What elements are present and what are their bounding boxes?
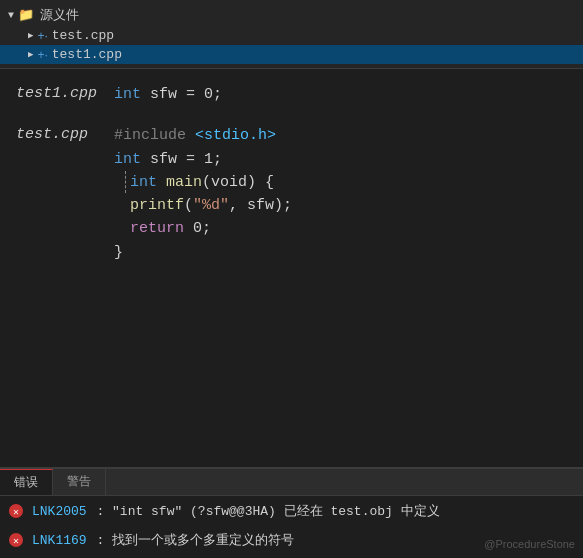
- tab-errors[interactable]: 错误: [0, 469, 53, 495]
- test-line-printf: printf ( "%d" , sfw);: [110, 194, 583, 217]
- code-area: test1.cpp int sfw = 0; test.cpp #include…: [0, 69, 583, 467]
- include-path: <stdio.h>: [195, 124, 276, 147]
- printf-comma: , sfw);: [229, 194, 292, 217]
- test1-line1: int sfw = 0;: [110, 83, 583, 106]
- return-val: 0;: [184, 217, 211, 240]
- format-string: "%d": [193, 194, 229, 217]
- test-section: test.cpp #include <stdio.h> int sfw = 1;…: [0, 124, 583, 264]
- watermark: @ProcedureStone: [484, 538, 575, 550]
- space: [157, 171, 166, 194]
- test-code-block: #include <stdio.h> int sfw = 1; int main…: [110, 124, 583, 264]
- cpp-icon: +·: [37, 29, 47, 43]
- keyword-int-2: int: [114, 148, 141, 171]
- code-text: sfw = 0;: [141, 83, 222, 106]
- lnk-code-1: LNK2005: [32, 504, 87, 519]
- dashed-left: [114, 171, 126, 193]
- test1-label: test1.cpp: [0, 83, 110, 106]
- collapse-triangle: ▼: [8, 10, 14, 21]
- lnk-code-2: LNK1169: [32, 533, 87, 548]
- error-icon-1: ✕: [8, 503, 24, 523]
- func-printf: printf: [130, 194, 184, 217]
- test-line-sfw: int sfw = 1;: [110, 148, 583, 171]
- folder-icon: 📁: [18, 7, 34, 23]
- main-args: (void) {: [202, 171, 274, 194]
- test-line-close: }: [110, 241, 583, 264]
- file-item-test1-cpp[interactable]: ▶ +· test1.cpp: [0, 45, 583, 64]
- closing-brace: }: [114, 241, 123, 264]
- sfw-decl: sfw = 1;: [141, 148, 222, 171]
- test1-code-block: int sfw = 0;: [110, 83, 583, 106]
- test-line-return: return 0;: [110, 217, 583, 240]
- keyword-int-3: int: [130, 171, 157, 194]
- file-item-test-cpp[interactable]: ▶ +· test.cpp: [0, 26, 583, 45]
- file-tri: ▶: [28, 30, 33, 41]
- cpp-icon: +·: [37, 48, 47, 62]
- error-icon-2: ✕: [8, 532, 24, 552]
- test-line-main: int main (void) {: [110, 171, 583, 194]
- test1-section: test1.cpp int sfw = 0;: [0, 83, 583, 106]
- test-line-include: #include <stdio.h>: [110, 124, 583, 147]
- file-name: test1.cpp: [52, 47, 122, 62]
- error-code-1: LNK2005 : "int sfw" (?sfw@@3HA) 已经在 test…: [32, 502, 440, 520]
- func-main: main: [166, 171, 202, 194]
- error-row-1[interactable]: ✕ LNK2005 : "int sfw" (?sfw@@3HA) 已经在 te…: [0, 498, 583, 527]
- error-tabs: 错误 警告: [0, 469, 583, 496]
- explorer-section-header: ▼ 📁 源义件: [0, 4, 583, 26]
- explorer-panel: ▼ 📁 源义件 ▶ +· test.cpp ▶ +· test1.cpp: [0, 0, 583, 69]
- paren-open: (: [184, 194, 193, 217]
- error-msg-2: : 找到一个或多个多重定义的符号: [96, 533, 294, 548]
- svg-text:✕: ✕: [13, 506, 19, 517]
- tab-warnings[interactable]: 警告: [53, 469, 106, 495]
- file-tri: ▶: [28, 49, 33, 60]
- svg-text:✕: ✕: [13, 535, 19, 546]
- error-code-2: LNK1169 : 找到一个或多个多重定义的符号: [32, 531, 294, 549]
- preprocessor-hash: #include: [114, 124, 195, 147]
- section-label: 源义件: [40, 6, 79, 24]
- keyword-int: int: [114, 83, 141, 106]
- test-label: test.cpp: [0, 124, 110, 143]
- keyword-return: return: [130, 217, 184, 240]
- file-name: test.cpp: [52, 28, 114, 43]
- error-msg-1: : "int sfw" (?sfw@@3HA) 已经在 test.obj 中定义: [96, 504, 439, 519]
